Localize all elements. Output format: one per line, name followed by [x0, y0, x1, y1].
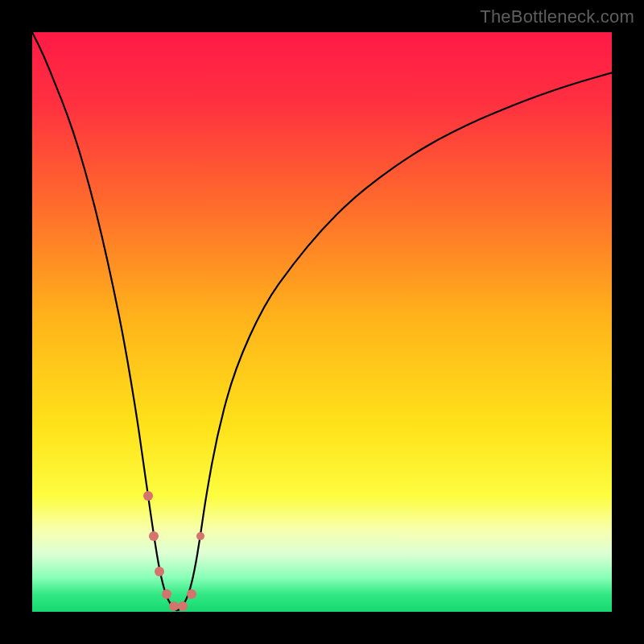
chart-marker [155, 567, 164, 576]
chart-marker [162, 589, 171, 599]
watermark-text: TheBottleneck.com [480, 6, 634, 27]
chart-marker [187, 589, 196, 599]
plot-area [32, 32, 612, 612]
chart-markers-layer [32, 32, 612, 612]
chart-marker [149, 531, 159, 541]
chart-marker [196, 532, 204, 540]
chart-marker [178, 601, 188, 611]
chart-marker [143, 491, 153, 501]
chart-frame: TheBottleneck.com [0, 0, 644, 644]
